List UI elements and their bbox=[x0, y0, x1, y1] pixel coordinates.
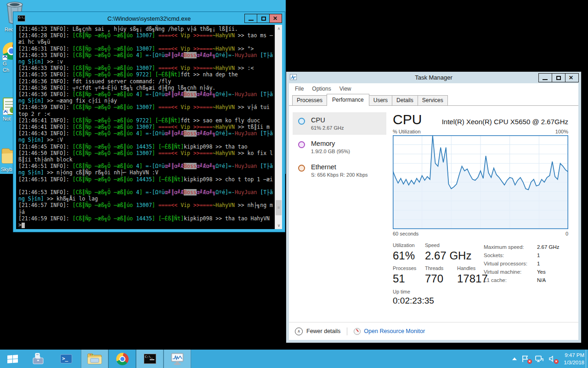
stat-threads: Threads770 bbox=[425, 265, 457, 285]
task-manager-app-icon bbox=[290, 74, 297, 80]
chart-y-max-label: 100% bbox=[555, 129, 568, 134]
console-line: [21:46:41 INFO]: [Cß║Ñp ─æß╗Ö ─æß║úo 130… bbox=[18, 124, 275, 130]
taskbar-item-task-manager[interactable] bbox=[164, 350, 191, 368]
console-line: ├á bbox=[18, 209, 275, 215]
powershell-icon: >_ bbox=[60, 354, 72, 363]
console-line: [21:46:53 INFO]: [Cß║Ñp ─æß╗Ö ─æß║úo 4] … bbox=[18, 189, 275, 196]
sidebar-item-detail: S: 656 Kbps R: 200 Kbps bbox=[311, 172, 368, 178]
console-line: [21:46:28 INFO]: [Cß║Ñp ─æß╗Ö ─æß║úo 130… bbox=[18, 32, 275, 39]
stat-speed: Speed2.67 GHz bbox=[425, 242, 475, 262]
cpu-info-list: Maximum speed:2.67 GHzSockets:1Virtual p… bbox=[484, 243, 560, 284]
cmd-console-output: [21:46:23 INFO]: Lß╗çnh sai , h├úy sß╗¡ … bbox=[16, 25, 275, 229]
console-line: [21:46:35 INFO]: [Cß║Ñp ─æß╗Ö ─æß║úo 972… bbox=[18, 71, 275, 78]
cmd-minimize-button[interactable] bbox=[244, 14, 257, 23]
stat-up-time: Up time0:02:23:35 bbox=[393, 289, 568, 306]
menu-file[interactable]: File bbox=[291, 86, 308, 92]
cmd-system-icon bbox=[17, 15, 25, 22]
windows-logo-icon bbox=[7, 355, 18, 363]
tab-users[interactable]: Users bbox=[369, 95, 392, 105]
scrollbar-thumb[interactable]: ≡ bbox=[276, 200, 282, 215]
cpu-model-name: Intel(R) Xeon(R) CPU X5650 @ 2.67GHz bbox=[442, 118, 568, 126]
chrome-icon bbox=[116, 353, 129, 365]
cmd-scrollbar[interactable]: ∧ ≡ ∨ bbox=[275, 25, 282, 229]
action-center-flag-icon[interactable]: ✕ bbox=[522, 355, 530, 362]
console-line: [21:46:51 INFO]: [Cß║Ñp ─æß╗Ö ─æß║úo 4] … bbox=[18, 163, 275, 169]
taskbar-item-powershell[interactable]: >_ bbox=[54, 350, 78, 368]
task-manager-icon bbox=[170, 353, 184, 365]
tab-performance[interactable]: Performance bbox=[327, 94, 369, 105]
task-manager-window: Task Manager ✕ FileOptionsView Processes… bbox=[286, 71, 582, 343]
taskbar-clock[interactable]: 9:47 PM 1/3/2018 bbox=[564, 351, 584, 366]
cmd-close-button[interactable]: ✕ bbox=[269, 14, 282, 23]
info-l1-cache: L1 cache:N/A bbox=[484, 276, 560, 284]
sidebar-item-memory[interactable]: Memory1.9/2.0 GB (95%) bbox=[293, 136, 386, 158]
desktop: Rec G Ch Not Skyb C:\Windows\system bbox=[0, 0, 588, 368]
cmd-title-bar[interactable]: C:\Windows\system32\cmd.exe ✕ bbox=[13, 12, 285, 25]
cmd-window: C:\Windows\system32\cmd.exe ✕ [21:46:23 … bbox=[13, 12, 285, 232]
cmd-maximize-button[interactable] bbox=[257, 14, 270, 23]
sidebar-item-ethernet[interactable]: EthernetS: 656 Kbps R: 200 Kbps bbox=[293, 159, 386, 182]
stat-utilization: Utilization61% bbox=[393, 242, 425, 262]
chart-x-left-label: 60 seconds bbox=[393, 231, 418, 236]
fewer-details-button[interactable]: Fewer details bbox=[306, 328, 340, 334]
cpu-stats: Utilization61%Speed2.67 GHzProcesses51Th… bbox=[393, 242, 568, 306]
muted-badge: ✕ bbox=[554, 359, 559, 364]
console-line: [21:46:59 INFO]: [Cß║Ñp ─æß╗Ö ─æß║úo 144… bbox=[18, 215, 275, 222]
console-line: [21:46:43 INFO]: [Cß║Ñp ─æß╗Ö ─æß║úo 4] … bbox=[18, 130, 275, 137]
tm-maximize-button[interactable] bbox=[552, 73, 565, 82]
console-line bbox=[18, 183, 275, 189]
console-line: [21:46:41 INFO]: [Cß║Ñp ─æß╗Ö ─æß║úo 972… bbox=[18, 117, 275, 124]
tab-details[interactable]: Details bbox=[392, 95, 418, 105]
chart-y-axis-label: % Utilization bbox=[393, 129, 421, 134]
open-resource-monitor-link[interactable]: Open Resource Monitor bbox=[364, 328, 425, 334]
tm-minimize-button[interactable] bbox=[538, 73, 552, 82]
console-line: [21:46:50 INFO]: [Cß║Ñp ─æß╗Ö ─æß║úo 130… bbox=[18, 150, 275, 156]
show-desktop-button[interactable] bbox=[586, 350, 588, 368]
scroll-up-icon[interactable]: ∧ bbox=[275, 25, 283, 32]
tab-services[interactable]: Services bbox=[418, 95, 448, 105]
console-line: > bbox=[18, 222, 275, 228]
server-manager-icon bbox=[32, 353, 45, 365]
stat-processes: Processes51 bbox=[393, 265, 425, 285]
console-line: [21:46:45 INFO]: [Cß║Ñp ─æß╗Ö ─æß║úo 144… bbox=[18, 144, 275, 150]
taskbar-item-chrome[interactable] bbox=[108, 350, 136, 368]
resource-monitor-icon bbox=[354, 328, 361, 335]
start-button[interactable] bbox=[0, 350, 25, 368]
menu-options[interactable]: Options bbox=[308, 86, 335, 92]
taskbar-item-cmd[interactable]: C:\‗ bbox=[136, 350, 164, 368]
tm-close-button[interactable]: ✕ bbox=[565, 73, 579, 82]
sidebar-item-detail: 61% 2.67 GHz bbox=[311, 125, 344, 131]
clock-time: 9:47 PM bbox=[564, 351, 584, 359]
console-line: [21:46:36 INFO]: ┬ºcfdt ┬º4─É├ú tß╗¼ chß… bbox=[18, 85, 275, 91]
task-manager-window-title: Task Manager bbox=[415, 74, 452, 81]
sidebar-item-title: Ethernet bbox=[311, 163, 368, 171]
taskbar-item-server-manager[interactable] bbox=[27, 350, 51, 368]
tm-footer: ∧ Fewer details Open Resource Monitor bbox=[289, 322, 578, 340]
console-line: [21:46:31 INFO]: [Cß║Ñp ─æß╗Ö ─æß║úo 130… bbox=[18, 46, 275, 52]
info-maximum-speed: Maximum speed:2.67 GHz bbox=[484, 243, 560, 251]
clock-date: 1/3/2018 bbox=[564, 359, 584, 366]
menu-view[interactable]: View bbox=[335, 86, 356, 92]
sidebar-item-cpu[interactable]: CPU61% 2.67 GHz bbox=[293, 112, 386, 135]
shortcut-arrow-badge bbox=[2, 55, 7, 60]
console-line: [21:46:33 INFO]: [Cß║Ñp ─æß╗Ö ─æß║úo 130… bbox=[18, 65, 275, 71]
cmd-window-title: C:\Windows\system32\cmd.exe bbox=[107, 15, 191, 22]
volume-muted-icon[interactable]: ✕ bbox=[548, 355, 557, 362]
chevron-up-icon: ∧ bbox=[295, 328, 303, 335]
scroll-down-icon[interactable]: ∨ bbox=[275, 222, 283, 229]
task-manager-title-bar[interactable]: Task Manager ✕ bbox=[286, 72, 581, 83]
console-line: ng S├ín] >> khß╗Åi lo lag bbox=[18, 196, 275, 202]
footer-divider bbox=[347, 328, 347, 335]
cmd-icon: C:\‗ bbox=[144, 354, 156, 364]
sidebar-item-title: CPU bbox=[311, 116, 344, 124]
tab-processes[interactable]: Processes bbox=[292, 95, 327, 105]
cpu-graph-icon bbox=[298, 118, 305, 125]
console-line: [21:46:36 INFO]: [Cß║Ñp ─æß╗Ö ─æß║úo 4] … bbox=[18, 91, 275, 98]
tray-expand-icon[interactable] bbox=[512, 357, 517, 360]
file-explorer-icon bbox=[87, 353, 102, 365]
taskbar-item-file-explorer[interactable] bbox=[81, 350, 108, 368]
info-sockets: Sockets:1 bbox=[484, 251, 560, 259]
shortcut-arrow-badge bbox=[3, 110, 8, 115]
info-virtual-processors: Virtual processors:1 bbox=[484, 259, 560, 268]
network-icon[interactable] bbox=[535, 355, 543, 362]
